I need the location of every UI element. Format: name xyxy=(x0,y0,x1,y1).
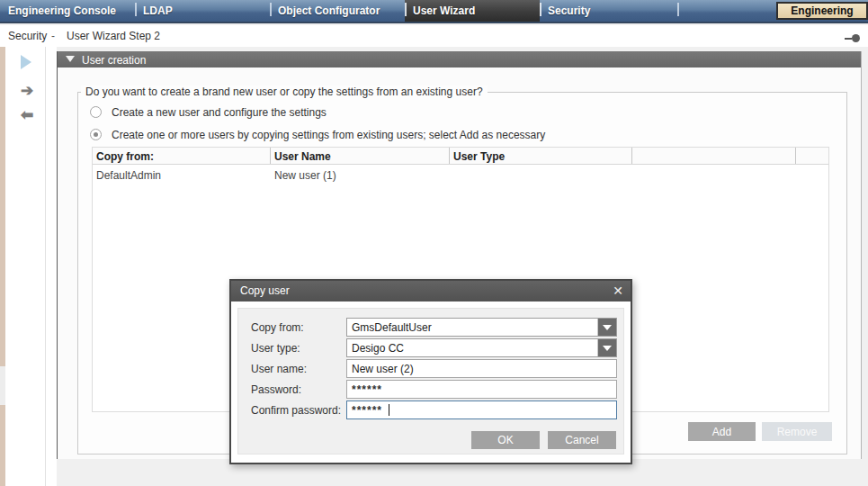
add-button[interactable]: Add xyxy=(688,422,756,441)
collapse-triangle-icon xyxy=(66,56,75,62)
radio-icon[interactable] xyxy=(90,106,102,118)
engineering-mode-button[interactable]: Engineering xyxy=(776,2,868,20)
dialog-title-bar[interactable]: Copy user ✕ xyxy=(231,281,631,302)
dialog-title: Copy user xyxy=(240,284,290,297)
breadcrumb: Security - User Wizard Step 2 xyxy=(0,25,868,47)
form-row-user-type: User type: Desigo CC xyxy=(238,338,623,357)
user-name-input[interactable] xyxy=(346,359,617,378)
text-caret xyxy=(389,404,389,416)
column-empty[interactable] xyxy=(632,148,796,164)
form-row-user-name: User name: xyxy=(238,359,623,378)
cancel-button[interactable]: Cancel xyxy=(548,431,616,449)
password-input[interactable] xyxy=(346,380,617,399)
sidebar-divider xyxy=(45,47,46,486)
tab-user-wizard[interactable]: User Wizard xyxy=(405,0,540,22)
collapsed-panel-edge-thumb xyxy=(0,366,5,405)
remove-button[interactable]: Remove xyxy=(762,422,832,441)
pin-icon[interactable] xyxy=(845,34,860,42)
copy-user-dialog: Copy user ✕ Copy from: GmsDefaultUser Us… xyxy=(229,279,632,464)
breadcrumb-root[interactable]: Security xyxy=(8,30,47,42)
arrow-left-icon[interactable]: ⬅ xyxy=(16,109,38,122)
column-user-name[interactable]: User Name xyxy=(271,148,450,164)
user-name-label: User name: xyxy=(251,363,307,375)
table-header-row: Copy from: User Name User Type xyxy=(93,148,828,165)
collapsed-panel-edge[interactable] xyxy=(0,47,5,486)
tab-object-configurator[interactable]: Object Configurator xyxy=(270,0,405,22)
copy-from-dropdown[interactable]: GmsDefaultUser xyxy=(346,318,617,337)
groupbox-question: Do you want to create a brand new user o… xyxy=(81,86,488,98)
ok-button[interactable]: OK xyxy=(471,431,540,449)
tab-engineering-console[interactable]: Engineering Console xyxy=(0,0,135,22)
copy-from-label: Copy from: xyxy=(251,321,304,334)
breadcrumb-current: User Wizard Step 2 xyxy=(67,30,160,42)
cell-user-name: New user (1) xyxy=(271,165,450,184)
breadcrumb-separator: - xyxy=(51,30,55,42)
user-creation-section-header[interactable]: User creation xyxy=(58,51,861,68)
left-sidebar: ➔ ⬅ xyxy=(0,47,57,486)
chevron-down-icon[interactable] xyxy=(597,339,616,356)
column-user-type[interactable]: User Type xyxy=(450,148,632,164)
cell-user-type xyxy=(450,165,632,184)
confirm-password-label: Confirm password: xyxy=(251,404,341,417)
confirm-password-input[interactable] xyxy=(346,400,617,419)
user-type-dropdown[interactable]: Desigo CC xyxy=(346,338,617,357)
table-row[interactable]: DefaultAdmin New user (1) xyxy=(93,165,828,184)
tab-ldap[interactable]: LDAP xyxy=(135,0,270,22)
section-title: User creation xyxy=(82,54,146,67)
form-row-password: Password: xyxy=(238,380,623,399)
chevron-down-icon[interactable] xyxy=(597,319,616,336)
cell-copy-from: DefaultAdmin xyxy=(93,165,271,184)
close-icon[interactable]: ✕ xyxy=(613,284,623,298)
top-tab-bar: Engineering Console LDAP Object Configur… xyxy=(0,0,868,23)
tab-separator xyxy=(677,3,679,16)
password-label: Password: xyxy=(251,383,301,396)
form-row-copy-from: Copy from: GmsDefaultUser xyxy=(238,318,623,337)
arrow-right-icon[interactable]: ➔ xyxy=(16,85,38,97)
play-icon[interactable] xyxy=(21,55,31,69)
tab-security[interactable]: Security xyxy=(540,0,675,22)
radio-icon-selected[interactable] xyxy=(90,129,102,140)
column-copy-from[interactable]: Copy from: xyxy=(93,148,271,164)
column-filler xyxy=(796,148,828,164)
dialog-form-panel: Copy from: GmsDefaultUser User type: Des… xyxy=(237,308,624,454)
user-type-label: User type: xyxy=(251,342,300,355)
form-row-confirm-password: Confirm password: xyxy=(238,400,623,419)
